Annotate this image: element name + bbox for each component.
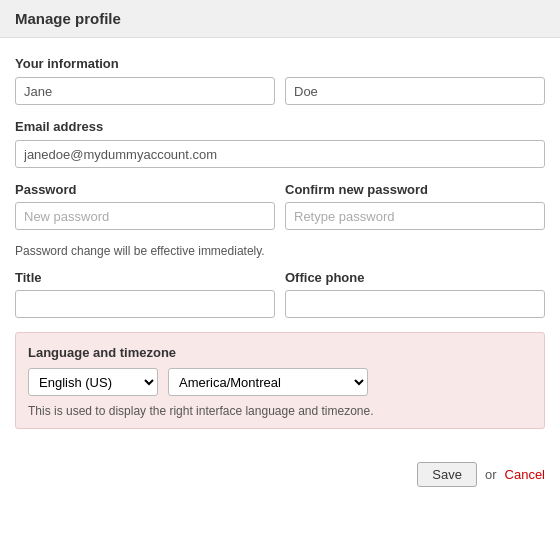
confirm-password-label: Confirm new password [285,182,545,197]
title-phone-row: Title Office phone [15,270,545,318]
email-label: Email address [15,119,545,134]
last-name-group [285,77,545,105]
footer-actions: Save or Cancel [0,462,560,502]
or-label: or [485,467,497,482]
title-label: Title [15,270,275,285]
password-hint: Password change will be effective immedi… [15,244,545,258]
email-input[interactable] [15,140,545,168]
form-body: Your information Email address Password … [0,38,560,462]
retype-password-input[interactable] [285,202,545,230]
language-timezone-section: Language and timezone English (US) Engli… [15,332,545,429]
password-label: Password [15,182,275,197]
password-group: Password [15,182,275,230]
cancel-link[interactable]: Cancel [505,467,545,482]
language-timezone-label: Language and timezone [28,345,532,360]
password-row: Password Confirm new password [15,182,545,230]
title-input[interactable] [15,290,275,318]
language-select[interactable]: English (US) English (UK) French Spanish [28,368,158,396]
page-header: Manage profile [0,0,560,38]
page-container: Manage profile Your information Email ad… [0,0,560,551]
office-phone-group: Office phone [285,270,545,318]
language-row: English (US) English (UK) French Spanish… [28,368,532,396]
office-phone-label: Office phone [285,270,545,285]
first-name-input[interactable] [15,77,275,105]
confirm-password-group: Confirm new password [285,182,545,230]
new-password-input[interactable] [15,202,275,230]
title-group: Title [15,270,275,318]
timezone-select[interactable]: America/Montreal America/New_York Americ… [168,368,368,396]
save-button[interactable]: Save [417,462,477,487]
email-group [15,140,545,168]
name-row [15,77,545,105]
email-row [15,140,545,168]
page-title: Manage profile [15,10,545,27]
last-name-input[interactable] [285,77,545,105]
office-phone-input[interactable] [285,290,545,318]
language-hint: This is used to display the right interf… [28,404,532,418]
your-information-label: Your information [15,56,545,71]
first-name-group [15,77,275,105]
